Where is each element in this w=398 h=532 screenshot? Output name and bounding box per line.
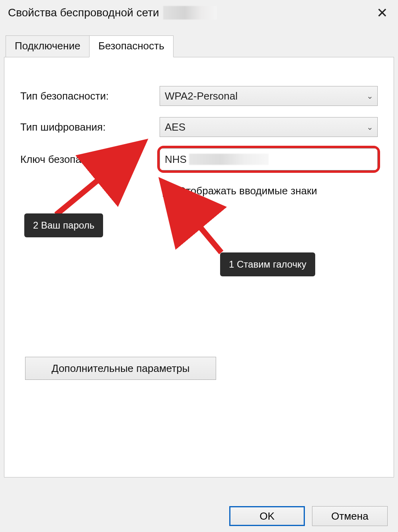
chevron-down-icon: ⌄ [367,91,373,101]
tab-security[interactable]: Безопасность [89,35,174,57]
cancel-button-label: Отмена [331,510,368,522]
security-type-select[interactable]: WPA2-Personal ⌄ [160,86,378,106]
ok-button[interactable]: OK [229,506,305,526]
annotation-tooltip-checkbox-text: 1 Ставим галочку [229,259,306,270]
network-key-label: Ключ безопасности сети [20,153,160,166]
window-title-wrap: Свойства беспроводной сети [8,6,217,20]
security-type-value: WPA2-Personal [165,90,238,102]
row-network-key: Ключ безопасности сети NHS [20,148,378,170]
close-button[interactable]: ✕ [374,5,390,21]
close-icon: ✕ [377,5,388,21]
tab-security-label: Безопасность [98,40,164,52]
advanced-settings-label: Дополнительные параметры [51,362,189,375]
ok-button-label: OK [259,510,275,522]
window-title: Свойства беспроводной сети [8,6,159,19]
annotation-tooltip-password: 2 Ваш пароль [24,213,103,237]
tab-bar: Подключение Безопасность [6,35,398,57]
tab-connection-label: Подключение [15,40,80,52]
advanced-settings-button[interactable]: Дополнительные параметры [25,357,216,380]
tab-connection[interactable]: Подключение [6,35,90,57]
show-characters-checkbox[interactable]: ✓ [163,186,174,197]
security-type-label: Тип безопасности: [20,90,160,102]
encryption-type-select[interactable]: AES ⌄ [160,117,378,137]
network-key-redacted [189,154,269,165]
checkmark-icon: ✓ [165,187,172,196]
network-key-wrap: NHS [160,148,378,170]
annotation-tooltip-password-text: 2 Ваш пароль [33,220,94,231]
chevron-down-icon: ⌄ [367,122,373,132]
row-security-type: Тип безопасности: WPA2-Personal ⌄ [20,86,378,106]
cancel-button[interactable]: Отмена [312,506,388,526]
security-panel: Тип безопасности: WPA2-Personal ⌄ Тип ши… [4,57,394,477]
network-key-input[interactable]: NHS [160,148,378,170]
row-show-characters: ✓ Отображать вводимые знаки [163,185,378,197]
annotation-tooltip-checkbox: 1 Ставим галочку [220,252,315,276]
dialog-footer: OK Отмена [0,500,398,532]
network-name-redacted [163,6,217,20]
network-key-value: NHS [165,153,187,166]
encryption-type-value: AES [165,121,185,133]
show-characters-label: Отображать вводимые знаки [178,185,317,197]
row-encryption-type: Тип шифрования: AES ⌄ [20,117,378,137]
titlebar: Свойства беспроводной сети ✕ [0,0,398,28]
encryption-type-label: Тип шифрования: [20,121,160,133]
